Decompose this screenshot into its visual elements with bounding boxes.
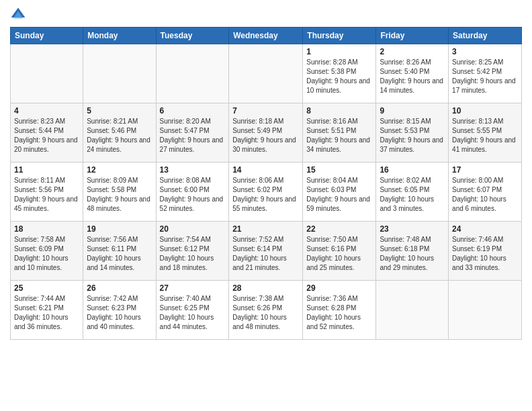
week-row-1: 1Sunrise: 8:28 AM Sunset: 5:38 PM Daylig… bbox=[11, 44, 522, 103]
day-number: 16 bbox=[380, 165, 445, 175]
day-info: Sunrise: 8:15 AM Sunset: 5:53 PM Dayligh… bbox=[380, 117, 445, 154]
day-cell: 25Sunrise: 7:44 AM Sunset: 6:21 PM Dayli… bbox=[11, 281, 83, 340]
day-info: Sunrise: 7:50 AM Sunset: 6:16 PM Dayligh… bbox=[306, 235, 372, 273]
day-cell: 16Sunrise: 8:02 AM Sunset: 6:05 PM Dayli… bbox=[376, 163, 449, 222]
day-cell: 12Sunrise: 8:09 AM Sunset: 5:58 PM Dayli… bbox=[83, 163, 156, 222]
day-cell bbox=[156, 44, 229, 103]
day-info: Sunrise: 8:16 AM Sunset: 5:51 PM Dayligh… bbox=[306, 117, 372, 154]
week-row-2: 4Sunrise: 8:23 AM Sunset: 5:44 PM Daylig… bbox=[11, 103, 522, 163]
day-number: 17 bbox=[452, 165, 518, 175]
header-sunday: Sunday bbox=[11, 28, 83, 44]
day-cell: 29Sunrise: 7:36 AM Sunset: 6:28 PM Dayli… bbox=[303, 281, 376, 340]
day-number: 14 bbox=[232, 165, 299, 175]
day-cell: 28Sunrise: 7:38 AM Sunset: 6:26 PM Dayli… bbox=[229, 281, 303, 340]
day-cell: 3Sunrise: 8:25 AM Sunset: 5:42 PM Daylig… bbox=[449, 44, 522, 103]
day-number: 9 bbox=[380, 106, 445, 116]
day-info: Sunrise: 8:08 AM Sunset: 6:00 PM Dayligh… bbox=[160, 176, 226, 214]
day-cell: 14Sunrise: 8:06 AM Sunset: 6:02 PM Dayli… bbox=[229, 163, 303, 222]
day-number: 25 bbox=[14, 283, 79, 293]
day-cell bbox=[83, 44, 156, 103]
day-number: 13 bbox=[160, 165, 226, 175]
day-number: 7 bbox=[232, 106, 299, 116]
day-number: 11 bbox=[14, 165, 79, 175]
day-info: Sunrise: 7:36 AM Sunset: 6:28 PM Dayligh… bbox=[306, 294, 372, 332]
day-number: 5 bbox=[87, 106, 152, 116]
week-row-3: 11Sunrise: 8:11 AM Sunset: 5:56 PM Dayli… bbox=[11, 163, 522, 222]
header-thursday: Thursday bbox=[303, 28, 376, 44]
day-info: Sunrise: 8:09 AM Sunset: 5:58 PM Dayligh… bbox=[87, 176, 152, 214]
day-number: 20 bbox=[160, 224, 226, 234]
day-number: 2 bbox=[380, 47, 445, 56]
day-info: Sunrise: 7:38 AM Sunset: 6:26 PM Dayligh… bbox=[232, 294, 299, 332]
day-cell: 13Sunrise: 8:08 AM Sunset: 6:00 PM Dayli… bbox=[156, 163, 229, 222]
day-number: 24 bbox=[452, 224, 518, 234]
day-number: 19 bbox=[87, 224, 152, 234]
week-row-5: 25Sunrise: 7:44 AM Sunset: 6:21 PM Dayli… bbox=[11, 281, 522, 340]
day-number: 12 bbox=[87, 165, 152, 175]
day-cell: 6Sunrise: 8:20 AM Sunset: 5:47 PM Daylig… bbox=[156, 103, 229, 163]
day-info: Sunrise: 8:00 AM Sunset: 6:07 PM Dayligh… bbox=[452, 176, 518, 214]
day-cell: 21Sunrise: 7:52 AM Sunset: 6:14 PM Dayli… bbox=[229, 222, 303, 281]
day-cell: 24Sunrise: 7:46 AM Sunset: 6:19 PM Dayli… bbox=[449, 222, 522, 281]
logo-icon bbox=[10, 7, 26, 23]
day-number: 3 bbox=[452, 47, 518, 56]
day-number: 22 bbox=[306, 224, 372, 234]
day-info: Sunrise: 8:06 AM Sunset: 6:02 PM Dayligh… bbox=[232, 176, 299, 214]
day-cell bbox=[229, 44, 303, 103]
day-number: 21 bbox=[232, 224, 299, 234]
day-cell: 26Sunrise: 7:42 AM Sunset: 6:23 PM Dayli… bbox=[83, 281, 156, 340]
header-row: SundayMondayTuesdayWednesdayThursdayFrid… bbox=[11, 28, 522, 44]
day-info: Sunrise: 7:40 AM Sunset: 6:25 PM Dayligh… bbox=[160, 294, 226, 332]
day-number: 29 bbox=[306, 283, 372, 293]
calendar-table: SundayMondayTuesdayWednesdayThursdayFrid… bbox=[10, 27, 522, 340]
day-number: 8 bbox=[306, 106, 372, 116]
day-info: Sunrise: 8:13 AM Sunset: 5:55 PM Dayligh… bbox=[452, 117, 518, 154]
day-cell: 27Sunrise: 7:40 AM Sunset: 6:25 PM Dayli… bbox=[156, 281, 229, 340]
day-number: 18 bbox=[14, 224, 79, 234]
day-info: Sunrise: 7:44 AM Sunset: 6:21 PM Dayligh… bbox=[14, 294, 79, 332]
day-cell: 4Sunrise: 8:23 AM Sunset: 5:44 PM Daylig… bbox=[11, 103, 83, 163]
calendar-page: SundayMondayTuesdayWednesdayThursdayFrid… bbox=[0, 0, 532, 411]
day-info: Sunrise: 8:11 AM Sunset: 5:56 PM Dayligh… bbox=[14, 176, 79, 214]
calendar-header: SundayMondayTuesdayWednesdayThursdayFrid… bbox=[11, 28, 522, 44]
day-info: Sunrise: 7:52 AM Sunset: 6:14 PM Dayligh… bbox=[232, 235, 299, 273]
day-cell: 10Sunrise: 8:13 AM Sunset: 5:55 PM Dayli… bbox=[449, 103, 522, 163]
day-cell: 8Sunrise: 8:16 AM Sunset: 5:51 PM Daylig… bbox=[303, 103, 376, 163]
day-info: Sunrise: 8:02 AM Sunset: 6:05 PM Dayligh… bbox=[380, 176, 445, 214]
day-cell: 22Sunrise: 7:50 AM Sunset: 6:16 PM Dayli… bbox=[303, 222, 376, 281]
day-cell: 23Sunrise: 7:48 AM Sunset: 6:18 PM Dayli… bbox=[376, 222, 449, 281]
header-tuesday: Tuesday bbox=[156, 28, 229, 44]
day-cell: 19Sunrise: 7:56 AM Sunset: 6:11 PM Dayli… bbox=[83, 222, 156, 281]
day-info: Sunrise: 8:25 AM Sunset: 5:42 PM Dayligh… bbox=[452, 58, 518, 95]
header bbox=[10, 7, 522, 23]
day-number: 23 bbox=[380, 224, 445, 234]
day-number: 28 bbox=[232, 283, 299, 293]
day-cell: 1Sunrise: 8:28 AM Sunset: 5:38 PM Daylig… bbox=[303, 44, 376, 103]
header-monday: Monday bbox=[83, 28, 156, 44]
day-number: 10 bbox=[452, 106, 518, 116]
calendar-body: 1Sunrise: 8:28 AM Sunset: 5:38 PM Daylig… bbox=[11, 44, 522, 340]
day-cell: 15Sunrise: 8:04 AM Sunset: 6:03 PM Dayli… bbox=[303, 163, 376, 222]
day-info: Sunrise: 7:56 AM Sunset: 6:11 PM Dayligh… bbox=[87, 235, 152, 273]
day-number: 4 bbox=[14, 106, 79, 116]
day-cell: 18Sunrise: 7:58 AM Sunset: 6:09 PM Dayli… bbox=[11, 222, 83, 281]
day-info: Sunrise: 8:18 AM Sunset: 5:49 PM Dayligh… bbox=[232, 117, 299, 154]
day-info: Sunrise: 7:42 AM Sunset: 6:23 PM Dayligh… bbox=[87, 294, 152, 332]
header-friday: Friday bbox=[376, 28, 449, 44]
day-info: Sunrise: 8:26 AM Sunset: 5:40 PM Dayligh… bbox=[380, 58, 445, 95]
day-number: 1 bbox=[306, 47, 372, 56]
day-info: Sunrise: 8:21 AM Sunset: 5:46 PM Dayligh… bbox=[87, 117, 152, 154]
day-cell: 2Sunrise: 8:26 AM Sunset: 5:40 PM Daylig… bbox=[376, 44, 449, 103]
day-info: Sunrise: 8:23 AM Sunset: 5:44 PM Dayligh… bbox=[14, 117, 79, 154]
day-cell bbox=[376, 281, 449, 340]
day-info: Sunrise: 7:58 AM Sunset: 6:09 PM Dayligh… bbox=[14, 235, 79, 273]
day-cell: 11Sunrise: 8:11 AM Sunset: 5:56 PM Dayli… bbox=[11, 163, 83, 222]
header-saturday: Saturday bbox=[449, 28, 522, 44]
day-info: Sunrise: 8:20 AM Sunset: 5:47 PM Dayligh… bbox=[160, 117, 226, 154]
day-cell bbox=[449, 281, 522, 340]
day-cell: 7Sunrise: 8:18 AM Sunset: 5:49 PM Daylig… bbox=[229, 103, 303, 163]
day-cell: 5Sunrise: 8:21 AM Sunset: 5:46 PM Daylig… bbox=[83, 103, 156, 163]
day-info: Sunrise: 7:54 AM Sunset: 6:12 PM Dayligh… bbox=[160, 235, 226, 273]
day-cell: 9Sunrise: 8:15 AM Sunset: 5:53 PM Daylig… bbox=[376, 103, 449, 163]
header-wednesday: Wednesday bbox=[229, 28, 303, 44]
